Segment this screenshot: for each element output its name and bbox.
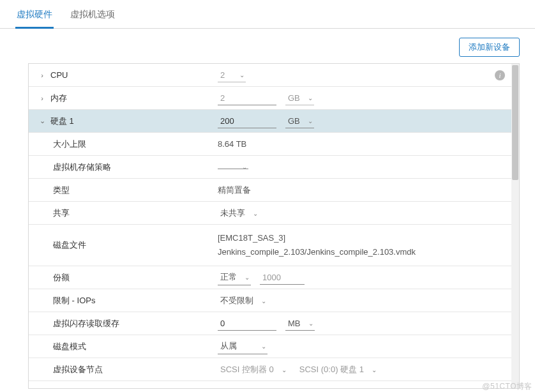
- row-sharing: 共享 未共享⌄: [29, 202, 511, 225]
- row-shares: 份额 正常⌄: [29, 266, 511, 289]
- chevron-down-icon: ⌄: [308, 117, 313, 124]
- chevron-down-icon: ⌄: [253, 209, 258, 216]
- tab-virtual-hardware[interactable]: 虚拟硬件: [15, 4, 54, 29]
- flash-cache-input[interactable]: [218, 317, 276, 331]
- device-node-slot-select[interactable]: SCSI (0:0) 硬盘 1⌄: [297, 362, 378, 377]
- storage-policy-select[interactable]: ⌄: [218, 165, 248, 169]
- row-disk-mode: 磁盘模式 从属⌄: [29, 335, 511, 358]
- chevron-right-icon[interactable]: ›: [39, 94, 45, 102]
- disk-file-datastore: [EMC18T_SAS_3]: [218, 231, 416, 245]
- row-disk-1: ⌄ 硬盘 1 GB⌄: [29, 110, 511, 133]
- scroll-thumb[interactable]: [512, 65, 518, 180]
- chevron-down-icon: ⌄: [308, 320, 313, 327]
- tabs-bar: 虚拟硬件 虚拟机选项: [0, 0, 535, 29]
- chevron-down-icon: ⌄: [308, 94, 313, 102]
- disk-mode-select[interactable]: 从属⌄: [218, 338, 268, 354]
- flash-cache-label: 虚拟闪存读取缓存: [53, 318, 119, 329]
- limit-iops-select[interactable]: 不受限制⌄: [218, 293, 268, 308]
- info-icon[interactable]: i: [495, 70, 505, 80]
- row-memory: › 内存 GB⌄: [29, 87, 511, 110]
- limit-iops-label: 限制 - IOPs: [53, 295, 95, 306]
- disk-unit-select[interactable]: GB⌄: [285, 114, 314, 128]
- flash-cache-unit-select[interactable]: MB⌄: [285, 317, 315, 331]
- shares-label: 份额: [53, 272, 70, 283]
- tab-vm-options[interactable]: 虚拟机选项: [69, 4, 116, 28]
- shares-level-select[interactable]: 正常⌄: [218, 269, 251, 285]
- chevron-down-icon: ⌄: [282, 366, 287, 373]
- hardware-scroll: › CPU 2⌄ i › 内存 GB⌄: [29, 64, 511, 388]
- row-type: 类型 精简置备: [29, 179, 511, 202]
- disk-file-path: Jenkins_compile_2.103/Jenkins_compile_2.…: [218, 245, 416, 259]
- sharing-label: 共享: [53, 207, 70, 219]
- chevron-down-icon: ⌄: [372, 366, 377, 373]
- scrollbar[interactable]: [511, 64, 519, 388]
- memory-label: 内存: [50, 93, 67, 104]
- row-limit-iops: 限制 - IOPs 不受限制⌄: [29, 289, 511, 312]
- watermark-text: @51CTO博客: [482, 381, 532, 392]
- cpu-count-select[interactable]: 2⌄: [218, 68, 246, 82]
- row-cpu: › CPU 2⌄ i: [29, 64, 511, 87]
- disk-size-input[interactable]: [218, 114, 276, 128]
- storage-policy-label: 虚拟机存储策略: [53, 162, 111, 173]
- memory-unit-select[interactable]: GB⌄: [285, 91, 314, 105]
- type-value: 精简置备: [218, 185, 251, 196]
- chevron-right-icon[interactable]: ›: [39, 72, 45, 79]
- chevron-down-icon: ⌄: [239, 72, 245, 79]
- chevron-down-icon: ⌄: [242, 163, 247, 170]
- row-max-size: 大小上限 8.64 TB: [29, 133, 511, 156]
- max-size-label: 大小上限: [53, 139, 86, 150]
- hardware-panel: › CPU 2⌄ i › 内存 GB⌄: [28, 63, 520, 389]
- chevron-down-icon: ⌄: [261, 297, 266, 304]
- add-device-button[interactable]: 添加新设备: [459, 38, 520, 57]
- sharing-select[interactable]: 未共享⌄: [218, 206, 259, 221]
- shares-value-input[interactable]: [260, 271, 305, 285]
- row-device-node: 虚拟设备节点 SCSI 控制器 0⌄ SCSI (0:0) 硬盘 1⌄: [29, 358, 511, 381]
- cpu-label: CPU: [50, 70, 68, 80]
- chevron-down-icon: ⌄: [261, 343, 266, 350]
- device-node-label: 虚拟设备节点: [53, 364, 103, 375]
- chevron-down-icon[interactable]: ⌄: [39, 117, 45, 125]
- row-storage-policy: 虚拟机存储策略 ⌄: [29, 156, 511, 179]
- row-flash-cache: 虚拟闪存读取缓存 MB⌄: [29, 312, 511, 335]
- max-size-value: 8.64 TB: [218, 139, 246, 149]
- row-disk-file: 磁盘文件 [EMC18T_SAS_3] Jenkins_compile_2.10…: [29, 225, 511, 266]
- disk-mode-label: 磁盘模式: [53, 341, 86, 352]
- memory-input[interactable]: [218, 91, 276, 105]
- toolbar: 添加新设备: [0, 29, 535, 63]
- disk-file-label: 磁盘文件: [53, 239, 86, 251]
- chevron-down-icon: ⌄: [245, 274, 250, 281]
- type-label: 类型: [53, 185, 70, 196]
- device-node-controller-select[interactable]: SCSI 控制器 0⌄: [218, 362, 288, 377]
- disk-label: 硬盘 1: [50, 116, 74, 127]
